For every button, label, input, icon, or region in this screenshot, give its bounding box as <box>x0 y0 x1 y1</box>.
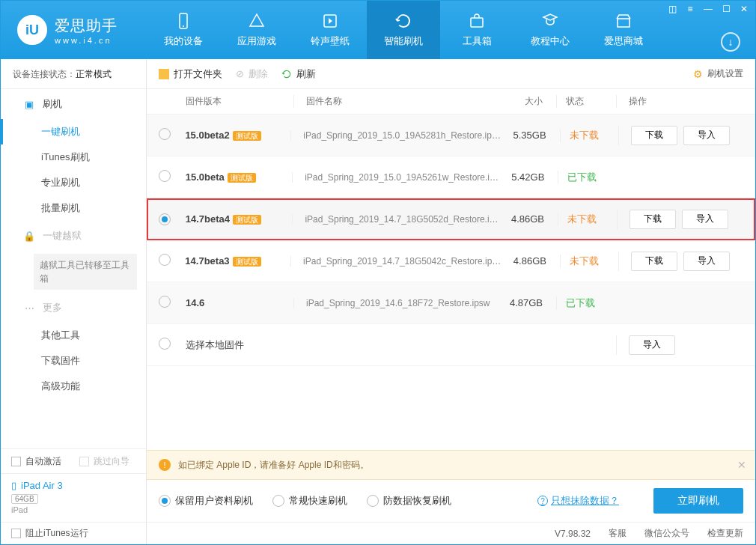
sidebar-item-advanced[interactable]: 高级功能 <box>1 374 146 399</box>
sidebar-group-flash[interactable]: ▣刷机 <box>1 89 146 119</box>
table-row-local[interactable]: 选择本地固件导入 <box>147 324 755 366</box>
download-button[interactable]: 下载 <box>630 210 676 229</box>
row-radio[interactable] <box>159 213 171 225</box>
win-menu-icon[interactable]: ≡ <box>683 4 697 14</box>
win-close-icon[interactable]: ✕ <box>737 4 751 14</box>
firmware-status: 未下载 <box>560 129 619 142</box>
more-icon: ⋯ <box>23 302 35 314</box>
import-button[interactable]: 导入 <box>629 335 675 355</box>
sidebar-item-download-firmware[interactable]: 下载固件 <box>1 348 146 374</box>
status-update[interactable]: 检查更新 <box>707 527 743 540</box>
skip-guide-checkbox[interactable] <box>79 457 89 466</box>
table-row[interactable]: 15.0beta测试版iPad_Spring_2019_15.0_19A5261… <box>147 156 755 198</box>
sidebar-item-other-tools[interactable]: 其他工具 <box>1 323 146 348</box>
block-itunes-checkbox[interactable] <box>11 529 21 538</box>
th-status: 状态 <box>556 95 616 108</box>
select-local-label: 选择本地固件 <box>181 338 496 352</box>
nav-my-device[interactable]: 我的设备 <box>147 1 220 59</box>
sidebar-item-oneclick-flash[interactable]: 一键刷机 <box>1 119 146 144</box>
sidebar-item-batch-flash[interactable]: 批量刷机 <box>1 195 146 221</box>
nav-toolbox[interactable]: 工具箱 <box>440 1 513 59</box>
opt-normal[interactable]: 常规快速刷机 <box>272 494 347 508</box>
brand-title: 爱思助手 <box>55 16 118 36</box>
firmware-size: 5.35GB <box>501 130 560 141</box>
erase-only-link[interactable]: ?只想抹除数据？ <box>537 494 619 508</box>
device-card[interactable]: ▯iPad Air 3 64GB iPad <box>1 473 146 522</box>
table-row[interactable]: 14.7beta3测试版iPad_Spring_2019_14.7_18G504… <box>147 240 755 282</box>
sidebar-item-itunes-flash[interactable]: iTunes刷机 <box>1 144 146 170</box>
download-button[interactable]: 下载 <box>631 252 677 271</box>
row-radio[interactable] <box>159 296 171 308</box>
table-row[interactable]: 14.7beta4测试版iPad_Spring_2019_14.7_18G505… <box>147 198 755 240</box>
skip-guide-label: 跳过向导 <box>94 455 129 468</box>
row-radio[interactable] <box>159 128 171 140</box>
svg-point-1 <box>183 25 184 27</box>
help-icon: ? <box>537 496 548 506</box>
import-button[interactable]: 导入 <box>683 252 730 271</box>
refresh-icon <box>281 69 292 79</box>
row-radio[interactable] <box>159 338 171 350</box>
firmware-size: 4.86GB <box>499 213 558 225</box>
delete-icon: ⊘ <box>236 68 244 79</box>
nav-store[interactable]: 爱思商城 <box>587 1 660 59</box>
opt-antiloss[interactable]: 防数据恢复刷机 <box>367 494 451 508</box>
firmware-status: 已下载 <box>556 296 616 310</box>
block-itunes-label: 阻止iTunes运行 <box>25 527 88 540</box>
opt-keep-data[interactable]: 保留用户资料刷机 <box>159 494 253 508</box>
row-radio[interactable] <box>159 170 171 182</box>
sidebar-group-more[interactable]: ⋯更多 <box>1 293 146 323</box>
firmware-name: iPad_Spring_2019_15.0_19A5281h_Restore.i… <box>290 130 501 141</box>
device-status: 设备连接状态：正常模式 <box>1 59 146 89</box>
main-panel: 打开文件夹 ⊘删除 刷新 ⚙刷机设置 固件版本 固件名称 大小 状态 操作 15… <box>147 59 755 544</box>
download-button[interactable]: 下载 <box>631 126 677 145</box>
svg-rect-4 <box>618 19 630 27</box>
nav-ringtones[interactable]: 铃声壁纸 <box>293 1 367 59</box>
version-label: V7.98.32 <box>555 529 591 539</box>
status-service[interactable]: 客服 <box>609 527 627 540</box>
import-button[interactable]: 导入 <box>683 126 730 145</box>
alert-close[interactable]: ✕ <box>737 459 746 471</box>
app-header: iU 爱思助手 www.i4.cn 我的设备 应用游戏 铃声壁纸 智能刷机 工具… <box>1 1 755 59</box>
apple-id-alert: ! 如已绑定 Apple ID，请准备好 Apple ID和密码。 ✕ <box>147 450 755 480</box>
refresh-button[interactable]: 刷新 <box>281 67 316 81</box>
download-manager-icon[interactable]: ↓ <box>721 32 740 52</box>
beta-badge: 测试版 <box>228 173 256 183</box>
win-tshirt-icon[interactable]: ◫ <box>665 4 679 14</box>
jailbreak-note: 越狱工具已转移至工具箱 <box>34 254 137 290</box>
top-nav: 我的设备 应用游戏 铃声壁纸 智能刷机 工具箱 教程中心 爱思商城 <box>147 1 755 59</box>
firmware-name: iPad_Spring_2019_15.0_19A5261w_Restore.i… <box>292 172 499 183</box>
th-name: 固件名称 <box>293 95 496 108</box>
device-icon: ▯ <box>11 480 16 491</box>
flash-options: 保留用户资料刷机 常规快速刷机 防数据恢复刷机 ?只想抹除数据？ 立即刷机 <box>147 480 755 522</box>
win-maximize-icon[interactable]: ☐ <box>719 4 733 14</box>
table-row[interactable]: 14.6iPad_Spring_2019_14.6_18F72_Restore.… <box>147 282 755 324</box>
auto-activate-label: 自动激活 <box>25 455 61 468</box>
flash-settings-button[interactable]: ⚙刷机设置 <box>693 67 743 80</box>
toolbar: 打开文件夹 ⊘删除 刷新 ⚙刷机设置 <box>147 59 755 89</box>
sidebar-group-jailbreak: 🔒一键越狱 <box>1 221 146 251</box>
nav-apps[interactable]: 应用游戏 <box>220 1 293 59</box>
win-minimize-icon[interactable]: — <box>701 4 715 14</box>
th-version: 固件版本 <box>181 95 293 108</box>
delete-button[interactable]: ⊘删除 <box>236 67 268 81</box>
beta-badge: 测试版 <box>233 215 261 225</box>
device-storage: 64GB <box>11 494 38 504</box>
th-size: 大小 <box>496 95 556 108</box>
nav-flash[interactable]: 智能刷机 <box>367 1 440 59</box>
open-folder-button[interactable]: 打开文件夹 <box>159 67 222 81</box>
import-button[interactable]: 导入 <box>682 210 728 229</box>
row-radio[interactable] <box>159 254 171 266</box>
firmware-name: iPad_Spring_2019_14.7_18G5052d_Restore.i… <box>292 214 498 225</box>
auto-activate-checkbox[interactable] <box>11 457 21 466</box>
sidebar-item-pro-flash[interactable]: 专业刷机 <box>1 170 146 195</box>
brand: iU 爱思助手 www.i4.cn <box>1 1 147 59</box>
status-wechat[interactable]: 微信公众号 <box>644 527 689 540</box>
flash-now-button[interactable]: 立即刷机 <box>653 488 743 514</box>
lock-icon: 🔒 <box>23 230 35 242</box>
table-row[interactable]: 15.0beta2测试版iPad_Spring_2019_15.0_19A528… <box>147 115 755 156</box>
window-controls: ◫ ≡ — ☐ ✕ <box>665 4 751 14</box>
table-header: 固件版本 固件名称 大小 状态 操作 <box>147 89 755 115</box>
firmware-size: 5.42GB <box>499 171 558 183</box>
beta-badge: 测试版 <box>233 131 261 141</box>
nav-tutorials[interactable]: 教程中心 <box>513 1 587 59</box>
